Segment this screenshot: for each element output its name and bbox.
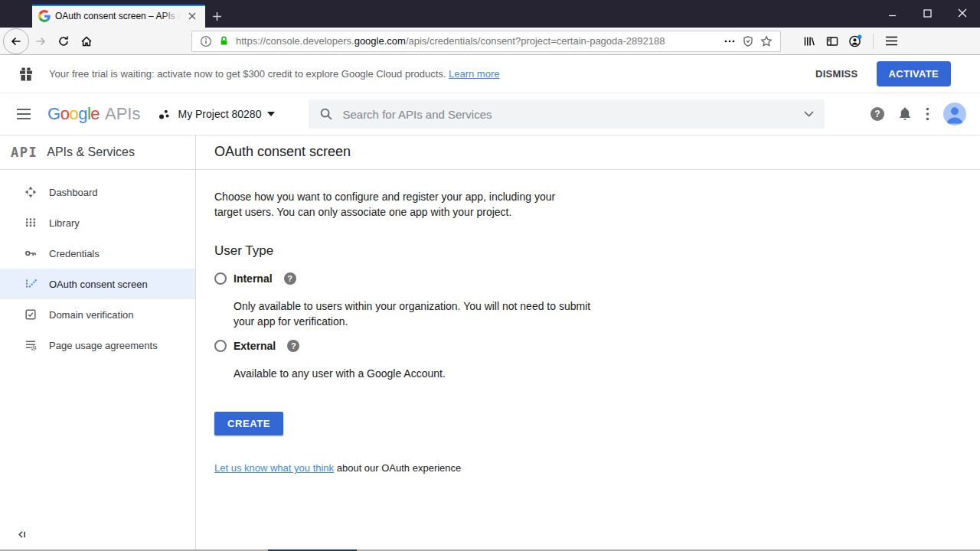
forward-button[interactable] bbox=[29, 30, 52, 53]
main-panel: OAuth consent screen Choose how you want… bbox=[196, 135, 980, 551]
bookmark-star-icon[interactable] bbox=[760, 35, 773, 47]
sidebar-item-dashboard[interactable]: Dashboard bbox=[0, 177, 195, 207]
external-description: Available to any user with a Google Acco… bbox=[234, 366, 593, 381]
internal-option-row: Internal bbox=[214, 271, 962, 286]
account-icon[interactable] bbox=[844, 30, 867, 53]
search-icon bbox=[319, 107, 333, 121]
window-maximize-button[interactable] bbox=[910, 0, 945, 26]
toolbar-right-icons bbox=[798, 30, 909, 53]
external-option-row: External bbox=[214, 338, 962, 354]
sidebar-header: API APIs & Services bbox=[0, 135, 195, 170]
feedback-rest: about our OAuth experience bbox=[334, 462, 461, 474]
sidebar-item-label: Dashboard bbox=[49, 187, 98, 198]
dashboard-icon bbox=[24, 186, 37, 198]
url-bar[interactable]: https://console.developers.google.com/ap… bbox=[191, 31, 781, 52]
library-books-icon bbox=[24, 217, 37, 229]
more-options-icon[interactable] bbox=[926, 107, 929, 121]
shield-icon[interactable] bbox=[742, 35, 754, 47]
external-label: External bbox=[234, 340, 276, 352]
home-button[interactable] bbox=[75, 30, 98, 53]
window-controls bbox=[874, 0, 980, 26]
external-help-icon[interactable] bbox=[287, 340, 299, 352]
window-minimize-button[interactable] bbox=[874, 0, 910, 26]
browser-toolbar: https://console.developers.google.com/ap… bbox=[0, 28, 980, 55]
google-logo: Google bbox=[47, 104, 100, 124]
sidebar-item-page-usage-agreements[interactable]: Page usage agreements bbox=[0, 330, 195, 360]
sidebar-title: APIs & Services bbox=[47, 145, 135, 159]
internal-help-icon[interactable] bbox=[284, 272, 296, 285]
reload-button[interactable] bbox=[52, 30, 75, 53]
menu-icon[interactable] bbox=[880, 30, 903, 53]
collapse-sidebar-button[interactable] bbox=[17, 529, 28, 540]
page-body: API APIs & Services Dashboard Library bbox=[0, 135, 980, 551]
page-title-row: OAuth consent screen bbox=[196, 135, 980, 170]
oauth-consent-icon bbox=[24, 278, 37, 290]
project-name: My Project 80280 bbox=[178, 108, 261, 120]
user-type-heading: User Type bbox=[214, 243, 962, 259]
trial-banner: Your free trial is waiting: activate now… bbox=[0, 55, 980, 93]
url-text: https://console.developers.google.com/ap… bbox=[236, 35, 720, 47]
feedback-link[interactable]: Let us know what you think bbox=[214, 462, 334, 474]
project-caret-icon bbox=[267, 112, 275, 116]
project-selector[interactable]: My Project 80280 bbox=[158, 108, 275, 120]
tab-title: OAuth consent screen – APIs & bbox=[55, 11, 181, 21]
dismiss-button[interactable]: DISMISS bbox=[808, 62, 866, 86]
lock-icon[interactable] bbox=[218, 35, 230, 47]
learn-more-link[interactable]: Learn more bbox=[449, 68, 499, 80]
google-apis-logo: Google APIs bbox=[47, 104, 140, 124]
url-host: google.com bbox=[354, 35, 406, 47]
sidebar-item-credentials[interactable]: Credentials bbox=[0, 238, 195, 269]
header-right-icons bbox=[857, 103, 966, 126]
help-icon[interactable] bbox=[871, 107, 884, 121]
console-header: Google APIs My Project 80280 bbox=[0, 93, 980, 135]
page-title: OAuth consent screen bbox=[214, 144, 351, 160]
trial-message: Your free trial is waiting: activate now… bbox=[49, 68, 446, 80]
sidebar-item-label: OAuth consent screen bbox=[49, 279, 148, 290]
gift-icon bbox=[18, 67, 34, 82]
sidebar-item-domain-verification[interactable]: Domain verification bbox=[0, 299, 195, 330]
sidebar-item-label: Page usage agreements bbox=[49, 340, 158, 351]
project-icon bbox=[158, 109, 170, 120]
checkbox-check-icon bbox=[24, 308, 37, 321]
back-button[interactable] bbox=[3, 28, 29, 54]
intro-text: Choose how you want to configure and reg… bbox=[214, 189, 580, 220]
search-input[interactable] bbox=[342, 108, 804, 121]
key-icon bbox=[24, 247, 37, 259]
search-chevron-down-icon[interactable] bbox=[804, 111, 814, 117]
library-icon[interactable] bbox=[798, 30, 821, 53]
sidebar-item-library[interactable]: Library bbox=[0, 207, 195, 238]
sidebar: API APIs & Services Dashboard Library bbox=[0, 135, 196, 551]
main-content: Choose how you want to configure and reg… bbox=[196, 170, 980, 493]
internal-radio[interactable] bbox=[214, 272, 227, 285]
trial-banner-text: Your free trial is waiting: activate now… bbox=[49, 68, 499, 80]
external-radio[interactable] bbox=[214, 340, 227, 352]
internal-description: Only available to users within your orga… bbox=[234, 298, 593, 329]
url-path: /apis/credentials/consent?project=certai… bbox=[406, 35, 665, 47]
sidebar-item-label: Library bbox=[49, 217, 80, 229]
browser-tab[interactable]: OAuth consent screen – APIs & bbox=[32, 5, 205, 28]
sidebar-item-label: Domain verification bbox=[49, 309, 134, 321]
sidebar-item-label: Credentials bbox=[49, 248, 100, 259]
notifications-bell-icon[interactable] bbox=[898, 107, 912, 121]
internal-label: Internal bbox=[234, 272, 273, 285]
site-info-icon[interactable] bbox=[200, 35, 212, 47]
tab-close-icon[interactable] bbox=[185, 9, 199, 23]
search-bar bbox=[309, 99, 825, 129]
apis-logo-suffix: APIs bbox=[105, 104, 140, 124]
browser-titlebar: OAuth consent screen – APIs & bbox=[0, 0, 980, 28]
api-logo: API bbox=[11, 145, 38, 160]
console-hamburger-icon[interactable] bbox=[14, 106, 34, 122]
sidebar-nav: Dashboard Library Credentials OAuth cons… bbox=[0, 170, 195, 360]
create-button[interactable]: CREATE bbox=[214, 412, 283, 435]
window-close-button[interactable] bbox=[945, 0, 980, 26]
feedback-line: Let us know what you think about our OAu… bbox=[214, 462, 962, 474]
list-gear-icon bbox=[24, 339, 37, 351]
google-favicon-icon bbox=[38, 10, 51, 22]
user-avatar[interactable] bbox=[943, 103, 966, 126]
page-actions-icon[interactable] bbox=[724, 35, 736, 47]
activate-button[interactable]: ACTIVATE bbox=[877, 61, 951, 86]
toolbar-separator bbox=[873, 34, 874, 49]
sidebars-icon[interactable] bbox=[821, 30, 844, 53]
new-tab-button[interactable] bbox=[205, 5, 228, 28]
sidebar-item-oauth-consent-screen[interactable]: OAuth consent screen bbox=[0, 269, 195, 299]
